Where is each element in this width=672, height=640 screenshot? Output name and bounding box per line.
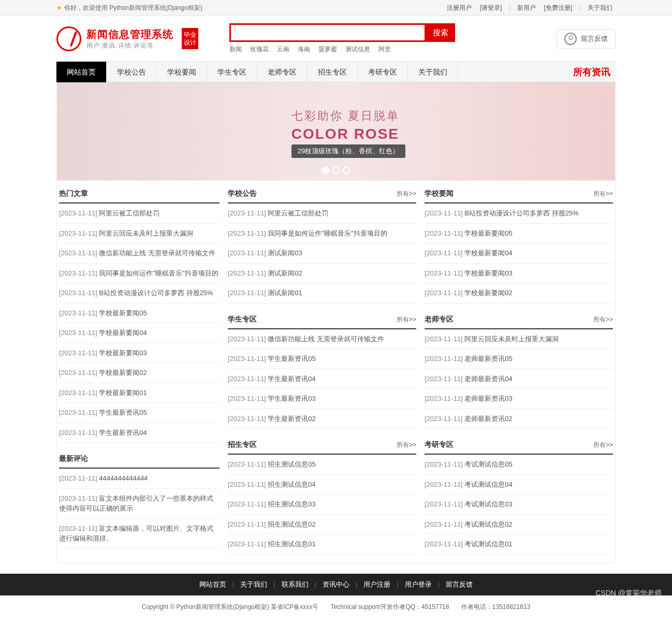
nav-item[interactable]: 考研专区 (358, 62, 408, 82)
banner-line3: 29枝顶级玫瑰（粉、香槟、红色） (291, 144, 405, 158)
list-item[interactable]: [2023-11-11] 我同事是如何运作"睡眠音乐"抖音项目的 (228, 224, 416, 244)
list-item[interactable]: [2023-11-11] 富文本组件内部引入了一些基本的样式使得内容可以正确的展… (59, 489, 220, 519)
footer-link[interactable]: 关于我们 (240, 580, 267, 588)
search-input[interactable] (229, 23, 426, 42)
more-link[interactable]: 所有>> (593, 441, 613, 449)
list-item[interactable]: [2023-11-11] 学校最新要闻03 (425, 264, 613, 284)
welcome-text: ★你好，欢迎使用 Python新闻管理系统(Django框架) (56, 0, 202, 16)
top-bar: ★你好，欢迎使用 Python新闻管理系统(Django框架) 注册用户 [请登… (0, 0, 672, 16)
badge: 毕业设计 (182, 28, 198, 49)
nav-item[interactable]: 网站首页 (56, 62, 107, 82)
more-link[interactable]: 所有>> (397, 441, 416, 449)
list-item[interactable]: [2023-11-11] 招生测试信息03 (228, 494, 416, 515)
footer-link[interactable]: 网站首页 (199, 580, 226, 588)
list-item[interactable]: [2023-11-11] 老师最新资讯02 (425, 409, 613, 429)
hot-word[interactable]: 海南 (298, 46, 310, 53)
list-item[interactable]: [2023-11-11] 学生最新资讯05 (59, 403, 220, 423)
nav-item[interactable]: 学校公告 (107, 62, 157, 82)
more-link[interactable]: 所有>> (593, 315, 613, 324)
hot-word[interactable]: 测试信息 (345, 46, 370, 53)
list-item[interactable]: [2023-11-11] 4444444444444 (59, 469, 220, 489)
list-item[interactable]: [2023-11-11] 学校最新要闻02 (59, 363, 220, 383)
all-news-link[interactable]: 所有资讯 (563, 62, 616, 82)
list-item[interactable]: [2023-11-11] 考试测试信息05 (425, 455, 613, 475)
list-item[interactable]: [2023-11-11] 富文本编辑器，可以对图片、文字格式进行编辑和混排。 (59, 519, 220, 549)
list-item[interactable]: [2023-11-11] 招生测试信息02 (228, 515, 416, 535)
list-item[interactable]: [2023-11-11] 考试测试信息04 (425, 475, 613, 495)
footer-link[interactable]: 联系我们 (282, 580, 309, 588)
login-link[interactable]: [请登录] (480, 4, 502, 11)
list-item[interactable]: [2023-11-11] 学生最新资讯04 (228, 369, 416, 389)
hot-word[interactable]: 云南 (277, 46, 289, 53)
latest-comments-title: 最新评论 (59, 454, 220, 469)
list-item[interactable]: [2023-11-11] 学校最新要闻01 (59, 383, 220, 403)
list-item[interactable]: [2023-11-11] 学校最新要闻05 (59, 303, 220, 324)
search-button[interactable]: 搜索 (426, 23, 455, 42)
list-item[interactable]: [2023-11-11] 学生最新资讯05 (228, 349, 416, 369)
list-item[interactable]: [2023-11-11] 阿里云回应未及时上报重大漏洞 (425, 329, 613, 350)
list-item[interactable]: [2023-11-11] 微信新功能上线 无需登录就可传输文件 (228, 329, 416, 350)
list-item[interactable]: [2023-11-11] 招生测试信息01 (228, 534, 416, 555)
list-item[interactable]: [2023-11-11] 测试新闻02 (228, 264, 416, 284)
list-item[interactable]: [2023-11-11] 学生最新资讯04 (59, 423, 220, 443)
list-item[interactable]: [2023-11-11] 学校最新要闻04 (425, 243, 613, 264)
main-nav: 网站首页学校公告学校要闻学生专区老师专区招生专区考研专区关于我们所有资讯 (56, 62, 616, 82)
free-register-link[interactable]: [免费注册] (544, 4, 573, 11)
nav-item[interactable]: 关于我们 (408, 62, 458, 82)
list-item[interactable]: [2023-11-11] 学校最新要闻04 (59, 323, 220, 343)
list-item[interactable]: [2023-11-11] 测试新闻03 (228, 243, 416, 264)
hot-words: 新闻玫瑰花云南海南菠萝蜜测试信息阿里 (229, 45, 455, 54)
about-link[interactable]: 关于我们 (588, 4, 612, 11)
teacher-zone-title: 老师专区 (425, 315, 454, 324)
list-item[interactable]: [2023-11-11] 招生测试信息04 (228, 475, 416, 495)
list-item[interactable]: [2023-11-11] 招生测试信息05 (228, 455, 416, 475)
list-item[interactable]: [2023-11-11] 考试测试信息02 (425, 515, 613, 535)
list-item[interactable]: [2023-11-11] 微信新功能上线 无需登录就可传输文件 (59, 243, 220, 264)
site-header: 新闻信息管理系统 用户.资讯.详情.评论等 毕业设计 搜索 新闻玫瑰花云南海南菠… (56, 16, 616, 62)
list-item[interactable]: [2023-11-11] 学生最新资讯02 (228, 409, 416, 429)
carousel-dots[interactable] (322, 167, 350, 174)
footer-link[interactable]: 用户注册 (363, 580, 390, 588)
logo-icon (56, 26, 81, 51)
hot-articles-list: [2023-11-11] 阿里云被工信部处罚[2023-11-11] 阿里云回应… (59, 203, 220, 443)
footer-link[interactable]: 用户登录 (405, 580, 432, 588)
list-item[interactable]: [2023-11-11] 学生最新资讯03 (228, 389, 416, 409)
nav-item[interactable]: 招生专区 (308, 62, 358, 82)
list-item[interactable]: [2023-11-11] 阿里云回应未及时上报重大漏洞 (59, 224, 220, 244)
list-item[interactable]: [2023-11-11] 学校最新要闻03 (59, 343, 220, 363)
hot-word[interactable]: 阿里 (378, 46, 391, 53)
footer-nav: 网站首页|关于我们|联系我们|资讯中心|用户注册|用户登录|留言反馈 (0, 574, 672, 595)
user-icon (564, 33, 577, 45)
list-item[interactable]: [2023-11-11] 考试测试信息01 (425, 534, 613, 555)
nav-item[interactable]: 学校要闻 (157, 62, 207, 82)
list-item[interactable]: [2023-11-11] 学校最新要闻02 (425, 283, 613, 303)
hot-word[interactable]: 玫瑰花 (250, 46, 269, 53)
hot-word[interactable]: 新闻 (229, 46, 242, 53)
list-item[interactable]: [2023-11-11] 学校最新要闻05 (425, 224, 613, 244)
list-item[interactable]: [2023-11-11] 我同事是如何运作"睡眠音乐"抖音项目的 (59, 264, 220, 284)
feedback-button[interactable]: 留言反馈 (557, 29, 616, 49)
list-item[interactable]: [2023-11-11] 考试测试信息03 (425, 494, 613, 515)
more-link[interactable]: 所有>> (593, 190, 613, 198)
list-item[interactable]: [2023-11-11] 阿里云被工信部处罚 (228, 203, 416, 224)
banner-line1: 七彩助你 夏日脱单 (291, 108, 405, 124)
star-icon: ★ (56, 4, 62, 11)
new-user-label: 新用户 (517, 4, 536, 11)
hot-word[interactable]: 菠萝蜜 (318, 46, 337, 53)
list-item[interactable]: [2023-11-11] 阿里云被工信部处罚 (59, 203, 220, 224)
more-link[interactable]: 所有>> (397, 190, 416, 198)
footer-link[interactable]: 资讯中心 (323, 580, 349, 588)
footer-link[interactable]: 留言反馈 (446, 580, 473, 588)
list-item[interactable]: [2023-11-11] 老师最新资讯05 (425, 349, 613, 369)
author-phone: 作者电话：13516821613 (461, 603, 530, 610)
list-item[interactable]: [2023-11-11] 老师最新资讯03 (425, 389, 613, 409)
banner[interactable]: 七彩助你 夏日脱单 COLOR ROSE 29枝顶级玫瑰（粉、香槟、红色） (56, 82, 616, 181)
nav-item[interactable]: 老师专区 (257, 62, 308, 82)
list-item[interactable]: [2023-11-11] 老师最新资讯04 (425, 369, 613, 389)
list-item[interactable]: [2023-11-11] B站投资动漫设计公司多萝西 持股25% (425, 203, 613, 224)
nav-item[interactable]: 学生专区 (207, 62, 257, 82)
list-item[interactable]: [2023-11-11] B站投资动漫设计公司多萝西 持股25% (59, 283, 220, 303)
list-item[interactable]: [2023-11-11] 测试新闻01 (228, 283, 416, 303)
logo[interactable]: 新闻信息管理系统 用户.资讯.详情.评论等 毕业设计 (56, 26, 198, 51)
more-link[interactable]: 所有>> (397, 315, 416, 324)
